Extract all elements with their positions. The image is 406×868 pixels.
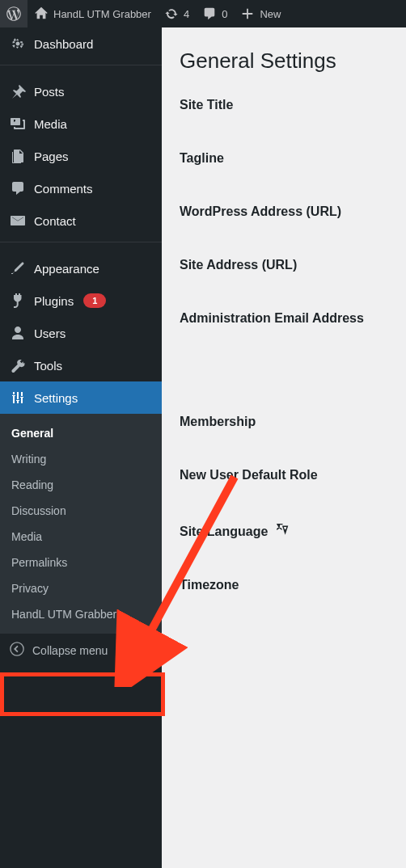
field-new-user-role: New User Default Role xyxy=(180,468,388,482)
submenu-discussion[interactable]: Discussion xyxy=(0,498,162,524)
collapse-label: Collapse menu xyxy=(32,644,108,657)
admin-bar: HandL UTM Grabber 4 0 New xyxy=(0,0,406,27)
menu-label: Users xyxy=(34,327,66,340)
submenu-privacy[interactable]: Privacy xyxy=(0,575,162,601)
menu-dashboard[interactable]: Dashboard xyxy=(0,27,162,60)
site-name: HandL UTM Grabber xyxy=(53,8,151,20)
menu-users[interactable]: Users xyxy=(0,317,162,349)
menu-label: Comments xyxy=(34,182,93,196)
user-icon xyxy=(10,325,26,341)
menu-separator xyxy=(0,65,162,70)
menu-label: Media xyxy=(34,117,67,131)
site-name-link[interactable]: HandL UTM Grabber xyxy=(27,0,158,27)
wordpress-icon xyxy=(6,6,21,21)
menu-label: Tools xyxy=(34,359,62,373)
menu-label: Appearance xyxy=(34,262,99,276)
field-wp-address: WordPress Address (URL) xyxy=(180,204,388,219)
pin-icon xyxy=(10,83,26,99)
menu-contact[interactable]: Contact xyxy=(0,204,162,237)
plug-icon xyxy=(10,293,26,309)
home-icon xyxy=(34,6,49,21)
menu-posts[interactable]: Posts xyxy=(0,75,162,107)
envelope-icon xyxy=(10,213,26,229)
dashboard-icon xyxy=(10,36,26,52)
comments-count: 0 xyxy=(222,8,227,20)
submenu-media[interactable]: Media xyxy=(0,524,162,550)
menu-comments[interactable]: Comments xyxy=(0,172,162,204)
field-site-title: Site Title xyxy=(180,98,388,112)
menu-label: Posts xyxy=(34,85,65,99)
plus-icon xyxy=(240,6,255,21)
field-timezone: Timezone xyxy=(180,578,388,592)
new-label: New xyxy=(260,8,281,20)
media-icon xyxy=(10,116,26,132)
field-admin-email: Administration Email Address xyxy=(180,311,388,326)
admin-menu: Dashboard Posts Media Pages Comments Con… xyxy=(0,27,162,868)
updates-count: 4 xyxy=(184,8,189,20)
submenu-general[interactable]: General xyxy=(0,420,162,446)
wrench-icon xyxy=(10,357,26,373)
new-content-link[interactable]: New xyxy=(234,0,287,27)
menu-appearance[interactable]: Appearance xyxy=(0,252,162,284)
collapse-menu[interactable]: Collapse menu xyxy=(0,634,162,667)
wp-logo[interactable] xyxy=(0,0,27,27)
submenu-permalinks[interactable]: Permalinks xyxy=(0,550,162,575)
field-membership: Membership xyxy=(180,415,388,429)
collapse-icon xyxy=(10,642,24,659)
menu-label: Pages xyxy=(34,150,69,163)
submenu-handl-utm-grabber[interactable]: HandL UTM Grabber xyxy=(0,601,162,627)
menu-plugins[interactable]: Plugins 1 xyxy=(0,284,162,317)
menu-label: Contact xyxy=(34,214,76,228)
menu-settings[interactable]: Settings xyxy=(0,381,162,414)
menu-label: Settings xyxy=(34,391,78,405)
menu-label: Dashboard xyxy=(34,37,93,51)
comments-link[interactable]: 0 xyxy=(196,0,234,27)
field-tagline: Tagline xyxy=(180,151,388,166)
comment-icon xyxy=(202,6,217,21)
brush-icon xyxy=(10,260,26,276)
plugins-update-badge: 1 xyxy=(83,293,106,308)
settings-general-page: General Settings Site Title Tagline Word… xyxy=(162,27,406,868)
menu-pages[interactable]: Pages xyxy=(0,140,162,172)
page-title: General Settings xyxy=(180,48,388,74)
translate-icon xyxy=(275,521,290,536)
refresh-icon xyxy=(164,6,179,21)
pages-icon xyxy=(10,148,26,164)
submenu-reading[interactable]: Reading xyxy=(0,472,162,498)
comments-icon xyxy=(10,180,26,196)
menu-label: Plugins xyxy=(34,294,74,308)
settings-submenu: General Writing Reading Discussion Media… xyxy=(0,414,162,634)
menu-separator xyxy=(0,242,162,247)
field-site-language: Site Language xyxy=(180,521,388,539)
submenu-writing[interactable]: Writing xyxy=(0,446,162,472)
menu-media[interactable]: Media xyxy=(0,107,162,140)
svg-point-0 xyxy=(11,643,23,655)
updates-link[interactable]: 4 xyxy=(158,0,196,27)
sliders-icon xyxy=(10,390,26,406)
menu-tools[interactable]: Tools xyxy=(0,349,162,381)
field-site-address: Site Address (URL) xyxy=(180,258,388,272)
